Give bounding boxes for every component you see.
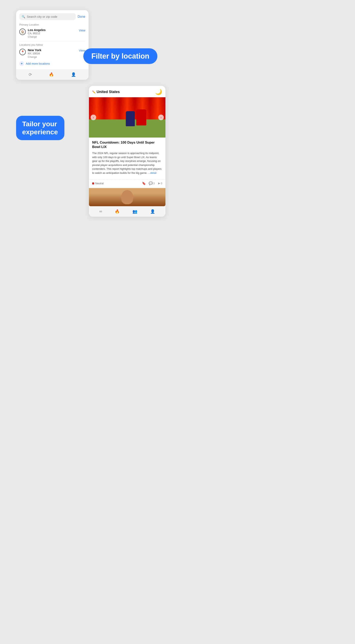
- pencil-icon: ✏️: [92, 90, 96, 94]
- bottom-section: Tailor your experience ✏️ United States …: [4, 74, 173, 217]
- player-red: [136, 109, 146, 126]
- image-next-arrow[interactable]: ›: [158, 114, 164, 120]
- news-location-text: United States: [97, 90, 120, 94]
- footer-actions: 🔖 💬 3 ➤ 0: [142, 182, 162, 185]
- news-card-wrap: ✏️ United States 🌙 ‹ › NFL Countdown: 10…: [89, 86, 165, 217]
- followed-location-change[interactable]: Change: [28, 56, 41, 58]
- tailor-badge-text: Tailor your experience: [22, 120, 58, 136]
- comment-icon: 💬: [149, 182, 153, 185]
- followed-location-sub: NY, 10016: [28, 52, 41, 55]
- news-card-bottom-bar: ∞ 🔥 👥 👤: [89, 206, 165, 217]
- neutral-label: Neutral: [95, 182, 104, 185]
- add-more-locations-label[interactable]: Add more locations: [26, 62, 50, 65]
- primary-location-entry: 🏠 Los Angeles CA, 90212 Change View: [19, 28, 85, 38]
- woman-image: [89, 188, 165, 206]
- primary-location-sub: CA, 90212: [28, 32, 46, 35]
- share-icon: ➤: [158, 182, 160, 185]
- top-section: 🔍 Done Primary Location 🏠 Los Angeles CA…: [4, 8, 173, 80]
- users-tab-icon[interactable]: 👥: [132, 209, 137, 214]
- fire-tab-icon[interactable]: 🔥: [49, 72, 54, 77]
- comment-count: 3: [153, 182, 155, 185]
- share-action[interactable]: ➤ 0: [158, 182, 162, 185]
- followed-location-name: New York: [28, 48, 41, 52]
- search-icon: 🔍: [22, 15, 25, 18]
- nfl-image: [89, 97, 165, 138]
- add-more-row[interactable]: + Add more locations: [19, 61, 85, 66]
- search-input-wrap[interactable]: 🔍: [19, 13, 76, 20]
- news-card-header: ✏️ United States 🌙: [89, 86, 165, 97]
- primary-location-text: Los Angeles CA, 90212 Change: [28, 28, 46, 38]
- add-circle-icon[interactable]: +: [19, 61, 24, 66]
- player-dark: [126, 111, 135, 126]
- comment-action[interactable]: 💬 3: [149, 182, 155, 185]
- news-description: The 2024 NFL regular season is approachi…: [92, 151, 162, 175]
- primary-location-change[interactable]: Change: [28, 35, 46, 38]
- home-icon: 🏠: [19, 28, 26, 35]
- followed-locations-label: Locations you follow: [19, 43, 85, 46]
- filter-by-location-badge: Filter by location: [83, 48, 157, 64]
- news-body: NFL Countdown: 100 Days Until Super Bowl…: [89, 138, 165, 178]
- bookmark-action[interactable]: 🔖: [142, 182, 146, 185]
- bookmark-icon: 🔖: [142, 182, 146, 185]
- done-button[interactable]: Done: [78, 15, 85, 18]
- search-row: 🔍 Done: [19, 13, 85, 20]
- followed-location-entry: 📍 New York NY, 10016 Change View: [19, 48, 85, 58]
- primary-location-left: 🏠 Los Angeles CA, 90212 Change: [19, 28, 46, 38]
- infinity-tab-icon[interactable]: ∞: [99, 209, 102, 214]
- filter-badge-text: Filter by location: [91, 52, 149, 60]
- neutral-dot-icon: [92, 182, 94, 184]
- refresh-tab-icon[interactable]: ⟳: [28, 72, 32, 77]
- news-location-row: ✏️ United States: [92, 90, 120, 94]
- user-tab-icon[interactable]: 👤: [71, 72, 76, 77]
- share-count: 0: [161, 182, 162, 185]
- primary-location-view[interactable]: View: [79, 28, 85, 32]
- primary-location-label: Primary Location: [19, 23, 85, 26]
- pin-icon: 📍: [19, 49, 26, 55]
- news-card: ✏️ United States 🌙 ‹ › NFL Countdown: 10…: [89, 86, 165, 217]
- news-title: NFL Countdown: 100 Days Until Super Bowl…: [92, 140, 162, 149]
- profile-tab-icon[interactable]: 👤: [150, 209, 155, 214]
- neutral-badge: Neutral: [92, 182, 104, 185]
- tailor-experience-badge: Tailor your experience: [16, 116, 64, 140]
- followed-location-view[interactable]: View: [79, 48, 85, 52]
- crescent-moon-icon[interactable]: 🌙: [155, 88, 162, 95]
- fire-tab2-icon[interactable]: 🔥: [115, 209, 120, 214]
- card-bottom-bar: ⟳ 🔥 👤: [16, 69, 88, 80]
- followed-location-text: New York NY, 10016 Change: [28, 48, 41, 58]
- news-footer: Neutral 🔖 💬 3 ➤ 0: [89, 179, 165, 188]
- divider: [19, 41, 85, 41]
- primary-location-name: Los Angeles: [28, 28, 46, 32]
- location-card: 🔍 Done Primary Location 🏠 Los Angeles CA…: [16, 10, 88, 80]
- detail-link[interactable]: ...detail: [148, 171, 157, 174]
- second-image-preview: [89, 188, 165, 206]
- news-image-wrap: ‹ ›: [89, 97, 165, 138]
- woman-face: [121, 190, 133, 204]
- image-prev-arrow[interactable]: ‹: [90, 114, 96, 120]
- search-input[interactable]: [27, 15, 73, 18]
- followed-location-left: 📍 New York NY, 10016 Change: [19, 48, 41, 58]
